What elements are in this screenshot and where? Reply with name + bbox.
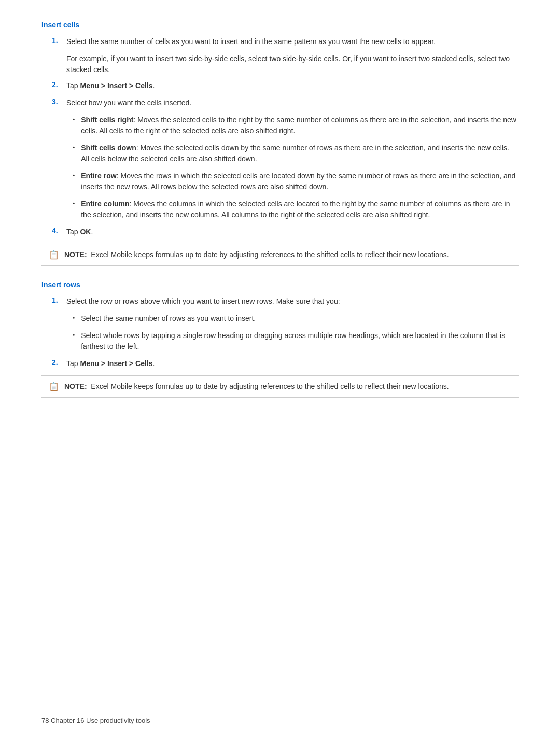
bullet-entire-row: Entire row: Moves the rows in which the … <box>73 171 519 192</box>
note-label: NOTE: <box>64 250 87 259</box>
bullet-entire-column-text: : Moves the columns in which the selecte… <box>81 200 510 219</box>
step4-number: 4. <box>52 227 66 237</box>
bullet-shift-right-bold: Shift cells right <box>81 116 133 124</box>
insert-rows-note: 📋 NOTE: Excel Mobile keeps formulas up t… <box>41 375 519 398</box>
step4-text-before: Tap <box>66 228 80 236</box>
rows-step2-text-after: . <box>153 359 155 368</box>
bullet-entire-column: Entire column: Moves the columns in whic… <box>73 199 519 220</box>
bullet-shift-right: Shift cells right: Moves the selected ce… <box>73 115 519 136</box>
step1-main-text: Select the same number of cells as you w… <box>66 37 436 46</box>
step3-content: Select how you want the cells inserted. <box>66 97 519 108</box>
bullet-shift-right-text: : Moves the selected cells to the right … <box>81 116 516 135</box>
step1-sub-text: For example, if you want to insert two s… <box>66 54 510 74</box>
rows-bullet-1-text: Select the same number of rows as you wa… <box>81 313 256 324</box>
insert-cells-step4: 4. Tap OK. <box>41 227 519 237</box>
step3-number: 3. <box>52 97 66 108</box>
bullet-shift-down-bold: Shift cells down <box>81 144 136 152</box>
rows-step1-text: Select the row or rows above which you w… <box>66 297 340 305</box>
rows-step2-number: 2. <box>52 358 66 369</box>
insert-cells-step3: 3. Select how you want the cells inserte… <box>41 97 519 108</box>
insert-rows-bullets: Select the same number of rows as you wa… <box>73 313 519 352</box>
step1-content: Select the same number of cells as you w… <box>66 36 519 47</box>
insert-cells-note: 📋 NOTE: Excel Mobile keeps formulas up t… <box>41 244 519 266</box>
rows-note-label: NOTE: <box>64 382 87 390</box>
footer-text: 78 Chapter 16 Use productivity tools <box>41 716 150 724</box>
insert-cells-step2: 2. Tap Menu > Insert > Cells. <box>41 80 519 91</box>
note-text: NOTE: Excel Mobile keeps formulas up to … <box>64 249 449 260</box>
rows-step1-content: Select the row or rows above which you w… <box>66 296 519 307</box>
note-icon: 📋 <box>49 250 59 260</box>
insert-rows-step2: 2. Tap Menu > Insert > Cells. <box>41 358 519 369</box>
step1-sub-paragraph: For example, if you want to insert two s… <box>66 53 519 75</box>
step4-content: Tap OK. <box>66 227 519 237</box>
insert-cells-step1: 1. Select the same number of cells as yo… <box>41 36 519 47</box>
step3-text: Select how you want the cells inserted. <box>66 99 191 107</box>
insert-rows-section: Insert rows 1. Select the row or rows ab… <box>41 280 519 398</box>
step2-text-bold: Menu > Insert > Cells <box>80 81 152 90</box>
rows-bullet-2-text: Select whole rows by tapping a single ro… <box>81 330 519 352</box>
step2-number: 2. <box>52 80 66 91</box>
step4-text-bold: OK <box>80 228 91 236</box>
rows-step2-text-bold: Menu > Insert > Cells <box>80 359 152 368</box>
rows-step2-text-before: Tap <box>66 359 80 368</box>
insert-cells-section: Insert cells 1. Select the same number o… <box>41 21 519 266</box>
bullet-shift-down: Shift cells down: Moves the selected cel… <box>73 143 519 164</box>
insert-rows-step1: 1. Select the row or rows above which yo… <box>41 296 519 307</box>
insert-rows-heading: Insert rows <box>41 280 519 289</box>
insert-cells-bullets: Shift cells right: Moves the selected ce… <box>73 115 519 220</box>
rows-note-icon: 📋 <box>49 382 59 391</box>
bullet-entire-row-text: : Moves the rows in which the selected c… <box>81 172 515 191</box>
insert-cells-heading: Insert cells <box>41 21 519 29</box>
rows-bullet-1: Select the same number of rows as you wa… <box>73 313 519 324</box>
step2-text-after: . <box>153 81 155 90</box>
step2-content: Tap Menu > Insert > Cells. <box>66 80 519 91</box>
step1-number: 1. <box>52 36 66 47</box>
bullet-entire-row-bold: Entire row <box>81 172 116 180</box>
rows-note-text: NOTE: Excel Mobile keeps formulas up to … <box>64 381 449 392</box>
rows-step1-number: 1. <box>52 296 66 307</box>
rows-note-body: Excel Mobile keeps formulas up to date b… <box>91 382 449 390</box>
bullet-shift-down-text: : Moves the selected cells down by the s… <box>81 144 509 163</box>
rows-bullet-2: Select whole rows by tapping a single ro… <box>73 330 519 352</box>
bullet-entire-column-bold: Entire column <box>81 200 129 208</box>
step2-text-before: Tap <box>66 81 80 90</box>
rows-step2-content: Tap Menu > Insert > Cells. <box>66 358 519 369</box>
note-body: Excel Mobile keeps formulas up to date b… <box>91 250 449 259</box>
page-footer: 78 Chapter 16 Use productivity tools <box>41 716 150 724</box>
step4-text-after: . <box>91 228 93 236</box>
